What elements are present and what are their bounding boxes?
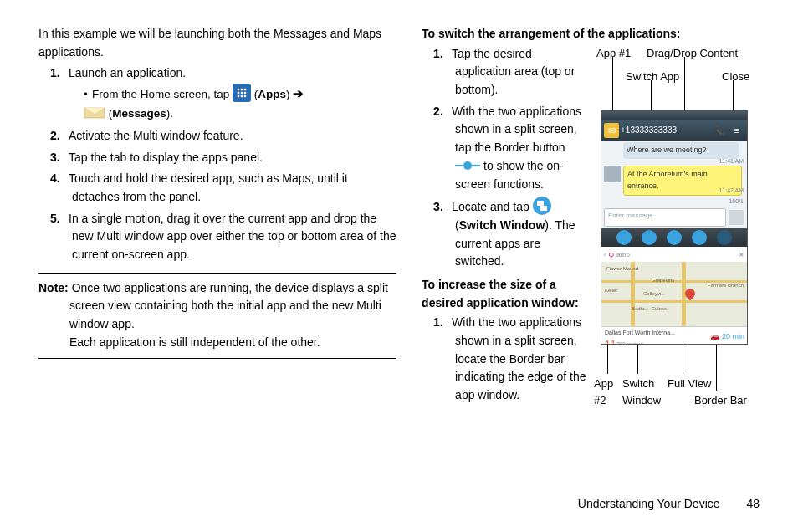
border-bar xyxy=(601,228,747,247)
note-body-2: Each application is still independent of… xyxy=(38,334,396,352)
note-label: Note: xyxy=(38,281,69,294)
timestamp: 11:41 AM xyxy=(719,157,744,166)
callout-dragdrop: Drag/Drop Content xyxy=(647,45,738,62)
right-inner: 1.Tap the desired application area (top … xyxy=(422,45,760,408)
messages-app-icon: ✉ xyxy=(604,123,619,138)
avatar xyxy=(604,166,621,182)
list-item: 1.Launch an application. •From the Home … xyxy=(72,64,396,124)
city-label: Flower Mound xyxy=(606,265,638,273)
callout-app2: App#2 xyxy=(594,376,613,409)
messages-icon xyxy=(84,105,105,120)
callout-fullview: Full View xyxy=(668,376,712,392)
step-text: Locate and tap xyxy=(452,200,533,213)
contact-number: +13333333333 xyxy=(621,124,711,137)
sub-text: From the Home screen, tap xyxy=(92,88,233,100)
apps-label: Apps xyxy=(258,88,286,100)
close-icon xyxy=(717,230,732,245)
note-block: Note: Once two applications are running,… xyxy=(38,273,396,359)
list-item: 2.Activate the Multi window feature. xyxy=(72,127,396,146)
char-count: 160/1 xyxy=(729,197,744,207)
callout-switchapp: Switch App xyxy=(626,69,679,85)
timestamp: 11:42 AM xyxy=(719,187,744,196)
step-text: Tap the tab to display the apps panel. xyxy=(69,151,263,164)
right-steps: 1.Tap the desired application area (top … xyxy=(455,45,589,271)
city-label: Grapevine xyxy=(652,277,675,284)
resize-steps: 1.With the two applications shown in a s… xyxy=(455,314,589,404)
callout-close: Close xyxy=(722,69,749,85)
section-title: Understanding Your Device xyxy=(578,497,720,510)
rating: 4.1 xyxy=(605,339,616,345)
step-text: Launch an application. xyxy=(69,66,186,79)
switch-window-label: Switch Window xyxy=(459,218,545,232)
map-bottom-bar: Dallas Fort Worth Interna... 4.1 300 rev… xyxy=(601,326,747,345)
drag-drop-icon xyxy=(667,230,682,245)
city-label: Bedfo... xyxy=(632,305,649,313)
phone-mockup: ✉ +13333333333 📞 ≡ Where are we meeting?… xyxy=(601,110,748,345)
status-bar xyxy=(601,111,747,120)
step-text: Touch and hold the desired app, such as … xyxy=(69,171,348,203)
maps-pane: ‹ Q arbo ✕ Flower Mound Keller Grapevine… xyxy=(601,247,747,345)
city-label: Farmers Branch xyxy=(708,282,744,289)
list-item: 2.With the two applications shown in a s… xyxy=(455,103,589,193)
switch-window-icon xyxy=(642,230,657,245)
intro-text: In this example we will be launching bot… xyxy=(38,25,396,61)
sub-bullet: •From the Home screen, tap (Apps) ➔ (Mes… xyxy=(84,83,396,124)
callout-app1: App #1 xyxy=(596,45,631,62)
arrow-right-icon: ➔ xyxy=(293,86,304,100)
call-icon: 📞 xyxy=(713,123,728,138)
list-item: 3.Locate and tap (Switch Window). The cu… xyxy=(455,197,589,271)
messages-label: Messages xyxy=(112,107,166,120)
step-text: In a single motion, drag it over the cur… xyxy=(69,212,396,261)
heading-switch: To switch the arrangement of the applica… xyxy=(422,25,760,43)
message-input: Enter message xyxy=(604,208,726,227)
note-body: Once two applications are running, the d… xyxy=(69,281,388,330)
full-view-icon xyxy=(692,230,707,245)
menu-icon: ≡ xyxy=(729,123,744,138)
step-text: With the two applications shown in a spl… xyxy=(452,315,586,402)
paren: ). xyxy=(166,107,173,120)
place-name: Dallas Fort Worth Interna... xyxy=(605,330,675,335)
switch-window-icon xyxy=(533,197,551,215)
right-text-block: 1.Tap the desired application area (top … xyxy=(422,45,589,408)
left-steps: 1.Launch an application. •From the Home … xyxy=(72,64,396,263)
reviews: 300 reviews xyxy=(616,341,643,345)
figure-area: App #1 Drag/Drop Content Switch App Clos… xyxy=(592,45,760,408)
city-label: Colleyvi... xyxy=(643,290,665,298)
city-label: Keller xyxy=(605,287,617,294)
drive-time: 🚗 20 min xyxy=(710,331,744,343)
step-text: With the two applications shown in a spl… xyxy=(452,105,581,154)
search-text: arbo xyxy=(616,250,630,260)
left-column: In this example we will be launching bot… xyxy=(38,25,396,408)
heading-resize: To increase the size of a desired applic… xyxy=(422,276,589,312)
switch-app-icon xyxy=(616,230,632,245)
border-button-icon xyxy=(455,160,480,171)
messages-pane: Where are we meeting? 11:41 AM At the Ar… xyxy=(601,141,747,228)
page-footer: Understanding Your Device 48 xyxy=(578,495,760,514)
manual-page: In this example we will be launching bot… xyxy=(0,0,798,532)
two-columns: In this example we will be launching bot… xyxy=(38,25,760,408)
list-item: 4.Touch and hold the desired app, such a… xyxy=(72,170,396,206)
page-number: 48 xyxy=(746,497,760,510)
incoming-message: Where are we meeting? xyxy=(623,142,739,159)
right-column: To switch the arrangement of the applica… xyxy=(422,25,760,408)
app1-header: ✉ +13333333333 📞 ≡ xyxy=(601,120,747,141)
step-text: Activate the Multi window feature. xyxy=(69,129,243,142)
callout-switchwin: SwitchWindow xyxy=(622,376,661,409)
list-item: 1.With the two applications shown in a s… xyxy=(455,314,589,404)
list-item: 1.Tap the desired application area (top … xyxy=(455,45,589,100)
send-icon xyxy=(729,210,744,225)
list-item: 3.Tap the tab to display the apps panel. xyxy=(72,149,396,167)
step-text: Tap the desired application area (top or… xyxy=(452,47,575,96)
callout-borderbar: Border Bar xyxy=(694,392,747,409)
list-item: 5.In a single motion, drag it over the c… xyxy=(72,210,396,264)
back-icon: ‹ xyxy=(604,250,606,260)
map-canvas: Flower Mound Keller Grapevine Colleyvi..… xyxy=(601,262,747,330)
apps-icon xyxy=(233,84,251,102)
city-label: Euless xyxy=(652,305,667,313)
